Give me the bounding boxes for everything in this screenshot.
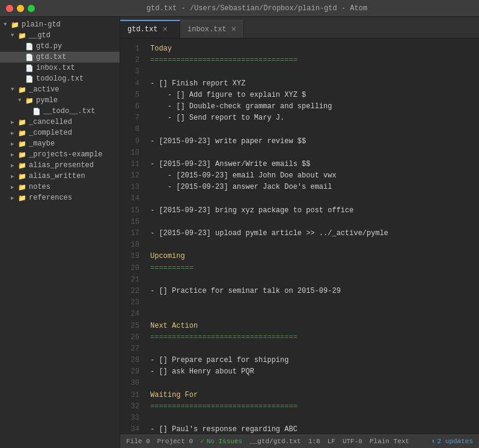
sidebar-item-notes[interactable]: ▶📁notes [0, 182, 120, 192]
line-number: 6 [120, 101, 139, 112]
sidebar-item-label: _completed [29, 129, 72, 137]
sidebar-item-label: gtd.txt [36, 53, 66, 61]
line-number: 18 [120, 239, 139, 251]
sidebar-item-inbox.txt[interactable]: 📄inbox.txt [0, 63, 120, 73]
main-layout: ▼📁plain-gtd▼📁__gtd📄gtd.py📄gtd.txt📄inbox.… [0, 17, 479, 448]
line-number: 24 [120, 308, 139, 320]
tab-gtd-txt[interactable]: gtd.txt× [120, 20, 180, 38]
code-line: - [2015-09-23] bring xyz package to post… [150, 205, 473, 216]
encoding[interactable]: UTF-8 [343, 438, 362, 445]
code-line: - [] Prepare parcel for shipping [150, 355, 473, 366]
line-number: 34 [120, 424, 139, 434]
code-line: - [] Paul's response regarding ABC [150, 424, 473, 434]
window-title: gtd.txt - /Users/Sebastian/Dropbox/plain… [41, 4, 473, 13]
tab-label: gtd.txt [127, 25, 157, 34]
grammar[interactable]: Plain Text [370, 438, 409, 445]
folder-icon: 📁 [18, 183, 26, 191]
code-line [150, 413, 473, 424]
line-number: 7 [120, 112, 139, 124]
line-ending[interactable]: LF [328, 438, 335, 445]
code-content[interactable]: Today================================== … [144, 38, 479, 434]
sidebar-item-_cancelled[interactable]: ▶📁_cancelled [0, 117, 120, 127]
sidebar-item-label: __gtd [29, 31, 50, 40]
code-line: Upcoming [150, 251, 473, 262]
maximize-button[interactable] [28, 5, 35, 12]
updates-status[interactable]: ⬆ 2 updates [432, 438, 473, 445]
code-line: - [] ask Henry about PQR [150, 366, 473, 378]
tab-close-button[interactable]: × [231, 25, 236, 34]
sidebar-item-label: _active [29, 85, 59, 94]
line-number: 32 [120, 401, 139, 413]
issues-status[interactable]: ✓ No Issues [200, 437, 242, 445]
code-line [150, 308, 473, 320]
code-line: Next Action [150, 321, 473, 332]
code-line: - [] Add figure to explain XYZ $ [150, 90, 473, 101]
line-number: 4 [120, 78, 139, 90]
line-number: 20 [120, 263, 139, 274]
line-number: 13 [120, 182, 139, 193]
code-line [150, 274, 473, 286]
code-line: ========== [150, 263, 473, 274]
line-number: 3 [120, 66, 139, 78]
line-number: 31 [120, 390, 139, 401]
status-bar: File 0 Project 0 ✓ No Issues __gtd/gtd.t… [120, 434, 479, 448]
code-line [150, 343, 473, 355]
sidebar-item-references[interactable]: ▶📁references [0, 192, 120, 203]
sidebar-item-label: notes [29, 183, 50, 191]
chevron-icon: ▶ [11, 130, 17, 137]
minimize-button[interactable] [17, 5, 24, 12]
sidebar-item-label: _cancelled [29, 118, 72, 126]
sidebar-item-label: __todo__.txt [43, 107, 95, 115]
sidebar-item-label: references [29, 194, 72, 202]
line-number: 2 [120, 55, 139, 66]
sidebar-item-alias_presented[interactable]: ▶📁alias_presented [0, 160, 120, 171]
tab-bar: gtd.txt×inbox.txt× [120, 17, 479, 38]
chevron-icon: ▶ [11, 173, 17, 180]
sidebar-item-__todo__.txt[interactable]: 📄__todo__.txt [0, 106, 120, 117]
code-line: ================================== [150, 332, 473, 343]
sidebar-item-_completed[interactable]: ▶📁_completed [0, 127, 120, 138]
sidebar-item-gtd.py[interactable]: 📄gtd.py [0, 41, 120, 52]
line-number: 21 [120, 274, 139, 286]
folder-icon: 📁 [18, 129, 26, 137]
sidebar-item-pymle[interactable]: ▼📁pymle [0, 95, 120, 106]
code-line [150, 124, 473, 135]
cursor-position: 1:8 [308, 438, 320, 445]
code-line [150, 239, 473, 251]
chevron-icon: ▼ [11, 87, 17, 93]
folder-icon: 📁 [11, 21, 19, 29]
code-line: - [2015-09-23] write paper review $$ [150, 136, 473, 147]
project-status[interactable]: Project 0 [157, 438, 193, 445]
sidebar-item-_projects-example[interactable]: ▶📁_projects-example [0, 149, 120, 160]
sidebar-item-todolog.txt[interactable]: 📄todolog.txt [0, 73, 120, 84]
file-icon: 📄 [25, 54, 34, 61]
chevron-icon: ▼ [4, 22, 10, 28]
sidebar-item-label: todolog.txt [36, 75, 84, 83]
line-number: 19 [120, 251, 139, 262]
tab-close-button[interactable]: × [162, 25, 167, 34]
tab-inbox-txt[interactable]: inbox.txt× [180, 20, 244, 38]
line-number: 11 [120, 159, 139, 170]
sidebar-item-gtd.txt[interactable]: 📄gtd.txt [0, 52, 120, 63]
line-number: 14 [120, 193, 139, 204]
line-numbers: 1234567891011121314151617181920212223242… [120, 38, 144, 434]
line-number: 33 [120, 413, 139, 424]
line-number: 30 [120, 378, 139, 389]
code-line: - [2015-09-23] upload pymle article >> .… [150, 228, 473, 239]
sidebar-item-_maybe[interactable]: ▶📁_maybe [0, 138, 120, 149]
traffic-lights [6, 5, 35, 12]
code-line: Today [150, 43, 473, 55]
sidebar-item-label: alias_presented [29, 161, 94, 170]
sidebar-item-__gtd[interactable]: ▼📁__gtd [0, 30, 120, 41]
sidebar: ▼📁plain-gtd▼📁__gtd📄gtd.py📄gtd.txt📄inbox.… [0, 17, 120, 448]
file-status[interactable]: File 0 [126, 438, 150, 445]
sidebar-item-alias_written[interactable]: ▶📁alias_written [0, 171, 120, 182]
folder-icon: 📁 [18, 151, 26, 159]
file-icon: 📄 [25, 43, 34, 51]
sidebar-item-plain-gtd[interactable]: ▼📁plain-gtd [0, 19, 120, 30]
file-icon: 📄 [25, 64, 34, 72]
sidebar-item-label: inbox.txt [36, 64, 75, 72]
close-button[interactable] [6, 5, 13, 12]
sidebar-item-_active[interactable]: ▼📁_active [0, 84, 120, 95]
folder-icon: 📁 [18, 194, 26, 202]
